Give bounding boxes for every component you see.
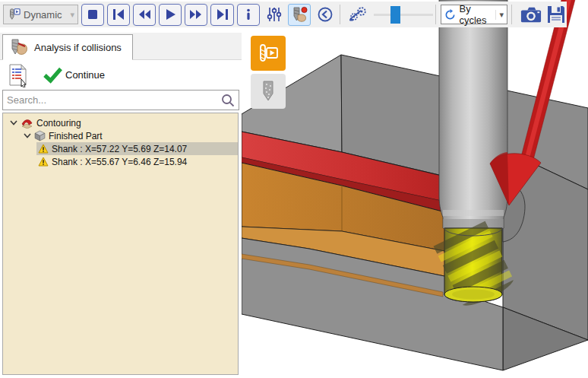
simulation-settings-button[interactable] — [264, 4, 285, 26]
play-icon — [163, 7, 178, 22]
tree-item-collision-1[interactable]: Shank : X=57.22 Y=5.69 Z=14.07 — [36, 142, 238, 155]
collision-analysis-panel: Analysis if collisions Continue Contouri… — [0, 33, 242, 378]
panel-tabstrip: Analysis if collisions — [0, 33, 242, 60]
machine-gears-icon — [349, 7, 368, 22]
refresh-icon — [444, 9, 456, 21]
play-button[interactable] — [159, 4, 182, 26]
stop-button[interactable] — [81, 4, 104, 26]
collision-check-button[interactable] — [288, 4, 311, 26]
chevron-down-icon: ▾ — [495, 10, 504, 20]
slider-track[interactable] — [374, 14, 433, 16]
machine-kinematics-button[interactable] — [349, 4, 369, 26]
skip-to-start-button[interactable] — [107, 4, 130, 26]
sliders-icon — [266, 6, 283, 23]
tool-play-icon — [256, 42, 280, 65]
tool-mode-icon — [7, 7, 21, 22]
drill-tool-icon — [257, 79, 280, 103]
rewind-icon — [137, 7, 152, 22]
contouring-icon — [21, 117, 33, 129]
chevron-down-icon[interactable] — [9, 120, 17, 125]
toolbar-separator — [340, 5, 340, 24]
tree-item-collision-2[interactable]: Shank : X=55.67 Y=6.46 Z=15.94 — [36, 155, 238, 168]
skip-end-icon — [215, 7, 230, 22]
save-icon — [546, 5, 566, 24]
chevron-down-icon[interactable] — [23, 133, 31, 138]
continue-label[interactable]: Continue — [65, 69, 105, 81]
collision-analysis-icon — [9, 38, 29, 56]
search-box — [2, 90, 239, 110]
skip-to-end-button[interactable] — [210, 4, 233, 26]
collision-check-icon — [290, 6, 308, 23]
stop-icon — [85, 7, 100, 22]
tree-item-contouring[interactable]: Contouring — [3, 116, 238, 129]
simulation-toolbar: Dynamic ▾ — [0, 2, 567, 27]
simulation-mode-value: Dynamic — [24, 9, 68, 21]
tool-display-button[interactable] — [251, 74, 286, 109]
fast-forward-icon — [188, 7, 204, 22]
search-input[interactable] — [3, 94, 220, 106]
tree-item-label: Finished Part — [49, 131, 103, 141]
skip-start-icon — [111, 7, 126, 22]
step-mode-value: By cycles — [459, 3, 492, 26]
info-button[interactable] — [237, 4, 260, 26]
finished-part-icon — [34, 130, 46, 141]
rewind-button[interactable] — [133, 4, 156, 26]
toolbar-separator — [435, 5, 436, 24]
collision-report-icon[interactable] — [6, 62, 30, 87]
collision-tree: Contouring Finished Part Shank : X=57.22… — [2, 113, 239, 375]
camera-icon — [520, 5, 542, 24]
tree-item-label: Shank : X=57.22 Y=5.69 Z=14.07 — [52, 144, 187, 154]
speed-slider[interactable] — [374, 4, 432, 26]
search-icon[interactable] — [220, 93, 236, 108]
tab-analysis-if-collisions[interactable]: Analysis if collisions — [2, 34, 133, 60]
panel-action-row: Continue — [0, 60, 242, 90]
slider-handle[interactable] — [390, 6, 400, 24]
simulation-play-button[interactable] — [251, 36, 286, 71]
previous-collision-icon — [317, 6, 334, 23]
save-button[interactable] — [546, 4, 567, 26]
fast-forward-button[interactable] — [185, 4, 207, 26]
info-icon — [241, 7, 256, 22]
snapshot-button[interactable] — [520, 4, 542, 26]
previous-collision-button[interactable] — [315, 4, 336, 26]
continue-check-icon[interactable] — [43, 66, 63, 84]
toolbar-separator — [511, 5, 512, 24]
warning-icon — [38, 157, 49, 167]
tab-label: Analysis if collisions — [34, 42, 122, 53]
chevron-down-icon: ▾ — [71, 10, 75, 20]
tree-item-finished-part[interactable]: Finished Part — [3, 129, 238, 142]
tree-item-label: Shank : X=55.67 Y=6.46 Z=15.94 — [52, 157, 187, 167]
simulation-mode-dropdown[interactable]: Dynamic ▾ — [3, 5, 78, 24]
warning-icon — [38, 144, 49, 154]
step-mode-dropdown[interactable]: By cycles ▾ — [441, 5, 507, 24]
tree-item-label: Contouring — [36, 118, 81, 129]
